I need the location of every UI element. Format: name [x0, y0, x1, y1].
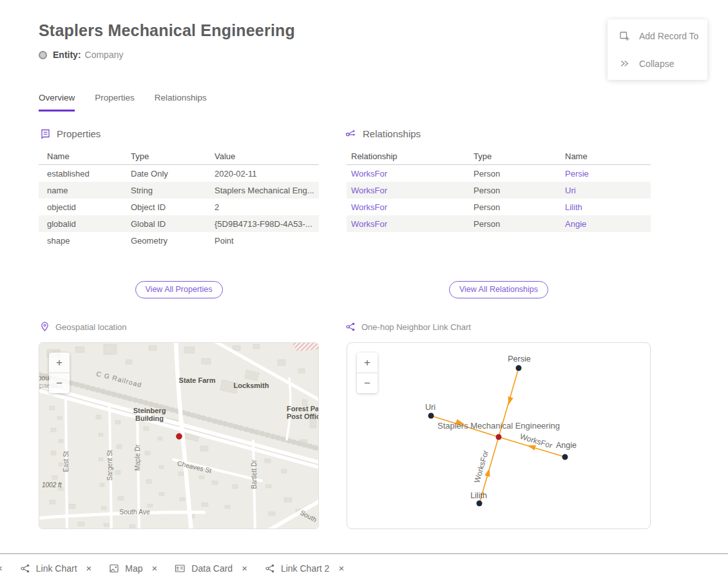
table-row: WorksFor Person Angie: [347, 215, 651, 232]
prop-name: objectid: [39, 202, 131, 212]
data-card-screen: Staplers Mechanical Engineering Entity: …: [0, 0, 728, 582]
collapse-icon: [619, 58, 630, 69]
prop-name: established: [39, 169, 131, 179]
entity-label: Entity:: [53, 50, 81, 60]
link-chart-icon: [345, 322, 356, 332]
bottom-tab-map[interactable]: Map ×: [109, 563, 157, 574]
view-all-properties-wrap: View All Properties: [39, 281, 319, 298]
svg-text:Locksmith: Locksmith: [233, 382, 269, 389]
bottom-tab-bar: × Link Chart × Map ×: [0, 553, 728, 582]
table-row[interactable]: globalid Global ID {5D9B4713-F98D-4A53-.…: [39, 215, 319, 232]
rel-type: Person: [474, 202, 565, 212]
map-zoom-in-button[interactable]: +: [49, 353, 70, 373]
view-all-relationships-button[interactable]: View All Relationships: [449, 281, 548, 298]
relationship-link[interactable]: WorksFor: [351, 202, 387, 212]
geospatial-map[interactable]: + −: [39, 342, 319, 529]
table-row[interactable]: established Date Only 2020-02-11: [39, 165, 319, 182]
map-entity-marker[interactable]: [177, 434, 182, 440]
prop-name: globalid: [39, 219, 131, 229]
menu-item-collapse[interactable]: Collapse: [608, 50, 707, 77]
relationship-link[interactable]: WorksFor: [351, 186, 387, 195]
properties-table: Name Type Value established Date Only 20…: [39, 148, 319, 249]
table-row[interactable]: shape Geometry Point: [39, 232, 319, 249]
link-chart-icon: [265, 563, 275, 574]
section-title: One-hop Neighbor Link Chart: [361, 322, 471, 332]
view-all-relationships-wrap: View All Relationships: [347, 281, 651, 298]
edge-label-worksfor[interactable]: WorksFor: [472, 449, 490, 484]
entity-link[interactable]: Lilith: [565, 202, 582, 212]
properties-table-header: Name Type Value: [39, 148, 319, 165]
tab-relationships[interactable]: Relationships: [155, 93, 207, 112]
relationships-table: Relationship Type Name WorksFor Person P…: [347, 148, 651, 232]
tab-strip: Overview Properties Relationships: [39, 93, 207, 112]
relationships-icon: [345, 128, 357, 139]
page-title: Staplers Mechanical Engineering: [39, 21, 295, 40]
col-header: Name: [39, 151, 131, 161]
data-card-icon: [175, 563, 186, 574]
link-chart-icon: [20, 563, 30, 574]
entity-row: Entity: Company: [39, 50, 123, 60]
close-tab-icon[interactable]: ×: [86, 563, 92, 574]
tab-properties[interactable]: Properties: [95, 93, 135, 112]
close-tab-icon[interactable]: ×: [338, 563, 344, 574]
svg-text:Post Offic: Post Offic: [287, 412, 318, 420]
svg-text:Steinberg: Steinberg: [133, 407, 166, 414]
bottom-tab-label: Data Card: [191, 563, 233, 574]
bottom-tab-link-chart-2[interactable]: Link Chart 2 ×: [265, 563, 344, 574]
table-row: WorksFor Person Lilith: [347, 199, 651, 215]
col-header: Value: [215, 151, 319, 161]
rel-type: Person: [474, 219, 565, 229]
prop-name: shape: [39, 236, 131, 246]
link-chart-canvas[interactable]: WorksFor WorksFor Persie Uri Angie Lilit…: [347, 343, 650, 529]
bottom-tab-data-card[interactable]: Data Card ×: [175, 563, 247, 574]
relationships-table-header: Relationship Type Name: [347, 148, 651, 165]
node-label: Lilith: [470, 491, 487, 500]
menu-item-add-record-to[interactable]: Add Record To: [608, 22, 707, 50]
map-zoom-out-button[interactable]: −: [49, 373, 70, 393]
tab-overview[interactable]: Overview: [39, 93, 75, 112]
relationship-link[interactable]: WorksFor: [351, 169, 387, 179]
map-zoom-control: + −: [49, 353, 70, 393]
one-hop-link-chart[interactable]: + − WorksFor WorksFor: [347, 342, 651, 529]
svg-text:South Ave: South Ave: [119, 508, 150, 516]
map-canvas[interactable]: State Farm Locksmith Steinberg Building …: [39, 343, 318, 529]
relationship-link[interactable]: WorksFor: [351, 219, 387, 229]
prop-type: Global ID: [131, 219, 215, 229]
bottom-tab-label: Link Chart 2: [281, 563, 329, 574]
view-all-properties-button[interactable]: View All Properties: [135, 281, 223, 298]
prop-type: Date Only: [131, 169, 215, 179]
bottom-tab-label: Map: [125, 563, 142, 574]
entity-link[interactable]: Angie: [565, 219, 586, 229]
svg-text:Forest Par: Forest Par: [287, 405, 318, 412]
menu-item-label: Collapse: [639, 59, 674, 69]
relationships-section-header: Relationships: [345, 128, 421, 139]
partial-tab-close-icon[interactable]: ×: [0, 563, 3, 574]
chart-zoom-in-button[interactable]: +: [357, 353, 378, 373]
node-uri[interactable]: [428, 413, 434, 419]
bottom-tab-label: Link Chart: [36, 563, 77, 574]
table-row: WorksFor Person Uri: [347, 182, 651, 199]
table-row[interactable]: name String Staplers Mechanical Eng...: [39, 182, 319, 199]
prop-type: Geometry: [131, 236, 215, 246]
chart-zoom-out-button[interactable]: −: [357, 373, 378, 393]
close-tab-icon[interactable]: ×: [152, 563, 158, 574]
rel-type: Person: [474, 169, 565, 179]
prop-value: 2020-02-11: [215, 169, 319, 179]
close-tab-icon[interactable]: ×: [242, 563, 247, 574]
node-center-entity[interactable]: [496, 434, 502, 440]
edge-label-worksfor[interactable]: WorksFor: [519, 432, 553, 451]
prop-type: Object ID: [131, 202, 215, 212]
node-label: Uri: [425, 403, 436, 412]
chart-zoom-control: + −: [357, 353, 378, 393]
center-node-label: Staplers Mechanical Engineering: [437, 421, 560, 431]
entity-link[interactable]: Persie: [565, 169, 589, 179]
node-lilith[interactable]: [477, 501, 483, 507]
node-persie[interactable]: [516, 365, 522, 371]
col-header: Name: [565, 151, 651, 161]
node-angie[interactable]: [562, 454, 568, 460]
bottom-tab-link-chart[interactable]: Link Chart ×: [20, 563, 92, 574]
prop-value: {5D9B4713-F98D-4A53-...: [215, 219, 319, 229]
entity-link[interactable]: Uri: [565, 186, 576, 195]
table-row[interactable]: objectid Object ID 2: [39, 199, 319, 215]
prop-value: Point: [215, 236, 319, 246]
